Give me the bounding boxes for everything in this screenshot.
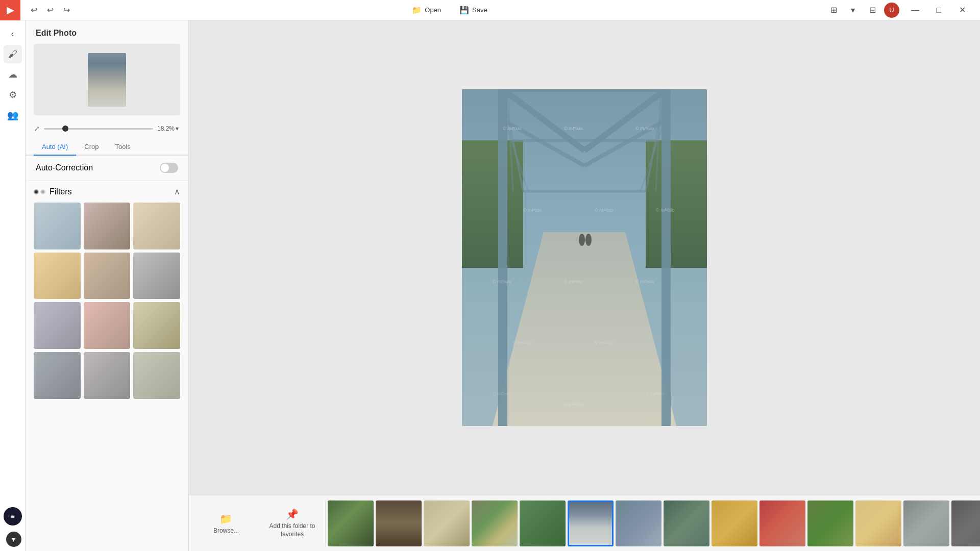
add-fav-icon: 📌 <box>286 508 299 520</box>
svg-text:© InPixio: © InPixio <box>503 126 521 131</box>
svg-text:© InPixio: © InPixio <box>564 279 582 284</box>
open-button[interactable]: 📁 Open <box>405 3 448 18</box>
auto-correction-row: Auto-Correction <box>26 156 188 181</box>
tab-auto-ai[interactable]: Auto (AI) <box>34 139 76 156</box>
layout-button[interactable]: ⊞ <box>826 3 841 18</box>
film-thumb-14[interactable] <box>951 500 980 546</box>
sidebar-group-button[interactable]: 👥 <box>4 106 22 124</box>
tab-crop[interactable]: Crop <box>76 139 107 156</box>
window-controls: — □ ✕ <box>903 0 974 20</box>
close-button[interactable]: ✕ <box>950 0 974 20</box>
filter-dots-icon <box>34 189 45 194</box>
film-thumb-10[interactable] <box>760 500 805 546</box>
film-thumb-13[interactable] <box>903 500 949 546</box>
filter-grid <box>34 203 180 399</box>
film-thumb-5[interactable] <box>520 500 566 546</box>
edit-panel-title: Edit Photo <box>36 29 77 37</box>
filter-thumb-12[interactable] <box>133 352 180 399</box>
filter-thumb-7[interactable] <box>34 302 81 349</box>
browse-icon: 📁 <box>219 513 232 525</box>
save-button[interactable]: 💾 Save <box>452 3 495 18</box>
minimize-button[interactable]: — <box>903 0 927 20</box>
filter-thumb-8[interactable] <box>84 302 131 349</box>
grid-off-button[interactable]: ⊟ <box>865 3 880 18</box>
film-thumb-2[interactable] <box>376 500 422 546</box>
filters-header: Filters ∧ <box>34 187 180 196</box>
filter-thumb-4[interactable] <box>34 253 81 299</box>
film-thumb-1[interactable] <box>328 500 374 546</box>
filter-thumb-5[interactable] <box>84 253 131 299</box>
titlebar-right: ⊞ ▾ ⊟ U — □ ✕ <box>820 0 980 20</box>
browse-section: 📁 Browse... <box>193 500 259 546</box>
filter-thumb-3[interactable] <box>133 203 180 249</box>
filters-label: Filters <box>50 187 72 196</box>
edit-panel: Edit Photo ⤢ 18.2% ▾ Auto (AI) Crop Too <box>26 20 189 551</box>
filter-thumb-11[interactable] <box>84 352 131 399</box>
sidebar-paint-button[interactable]: 🖌 <box>4 45 22 63</box>
sidebar-equalizer-button[interactable]: ≡ <box>4 507 22 525</box>
open-icon: 📁 <box>412 6 422 15</box>
avatar-button[interactable]: U <box>884 3 899 18</box>
film-thumb-12[interactable] <box>855 500 901 546</box>
sidebar-cloud-button[interactable]: ☁ <box>4 65 22 84</box>
svg-text:© InPixio: © InPixio <box>564 402 582 407</box>
preview-area <box>26 44 188 115</box>
edit-panel-header: Edit Photo <box>26 20 188 44</box>
tab-tools[interactable]: Tools <box>107 139 138 156</box>
chevron-down-button[interactable]: ▾ <box>845 3 861 18</box>
sidebar-settings-button[interactable]: ⚙ <box>4 86 22 104</box>
svg-point-19 <box>579 234 585 246</box>
filters-collapse-button[interactable]: ∧ <box>174 187 180 196</box>
zoom-slider[interactable] <box>44 128 153 130</box>
save-icon: 💾 <box>459 6 469 15</box>
filter-thumb-9[interactable] <box>133 302 180 349</box>
film-thumb-7[interactable] <box>616 500 662 546</box>
tabs: Auto (AI) Crop Tools <box>26 139 188 156</box>
svg-text:© InPixio: © InPixio <box>635 126 654 131</box>
preview-box <box>34 44 180 115</box>
scroll-down-button[interactable]: ▾ <box>6 532 21 547</box>
filter-thumb-2[interactable] <box>84 203 131 249</box>
left-sidebar: ‹ 🖌 ☁ ⚙ 👥 ≡ ▾ <box>0 20 26 551</box>
svg-text:© InPixio: © InPixio <box>493 279 511 284</box>
add-favorites-button[interactable]: 📌 Add this folder to favorites <box>267 508 318 538</box>
film-thumb-6[interactable] <box>568 500 614 546</box>
svg-rect-2 <box>646 140 707 268</box>
filter-thumb-1[interactable] <box>34 203 81 249</box>
undo-button[interactable]: ↩ <box>27 3 41 17</box>
main-image-area: © InPixio © InPixio © InPixio © InPixio … <box>189 20 980 495</box>
filter-thumb-6[interactable] <box>133 253 180 299</box>
auto-correction-toggle[interactable] <box>160 163 178 173</box>
add-favorites-section: 📌 Add this folder to favorites <box>259 500 326 546</box>
film-container: ‹ › <box>328 500 980 546</box>
film-thumb-8[interactable] <box>664 500 709 546</box>
main-image: © InPixio © InPixio © InPixio © InPixio … <box>462 89 707 426</box>
svg-text:© InPixio: © InPixio <box>646 391 664 396</box>
filter-thumb-10[interactable] <box>34 352 81 399</box>
redo-button[interactable]: ↪ <box>59 3 74 17</box>
browse-button[interactable]: 📁 Browse... <box>213 513 239 534</box>
chevron-down-zoom-icon[interactable]: ▾ <box>176 125 179 132</box>
panel-content: Auto-Correction Filters ∧ <box>26 156 188 551</box>
sidebar-collapse-button[interactable]: ‹ <box>4 24 22 43</box>
film-thumb-9[interactable] <box>712 500 757 546</box>
filter-dot-light <box>40 189 45 194</box>
left-bottom-controls: 📁 Browse... 📌 Add this folder to favorit… <box>193 500 326 546</box>
film-thumb-3[interactable] <box>424 500 470 546</box>
app-logo: ▶ <box>0 0 20 20</box>
svg-text:© InPixio: © InPixio <box>493 391 511 396</box>
main-content: ‹ 🖌 ☁ ⚙ 👥 ≡ ▾ Edit Photo ⤢ 18.2% <box>0 20 980 551</box>
svg-text:© InPixio: © InPixio <box>595 340 613 345</box>
film-thumb-11[interactable] <box>807 500 853 546</box>
zoom-icon: ⤢ <box>34 124 40 133</box>
film-thumb-4[interactable] <box>472 500 518 546</box>
undo-button-2[interactable]: ↩ <box>43 3 57 17</box>
bridge-svg: © InPixio © InPixio © InPixio © InPixio … <box>462 89 707 426</box>
filmstrip: 📁 Browse... 📌 Add this folder to favorit… <box>189 495 980 551</box>
undo-redo-controls: ↩ ↩ ↪ <box>20 3 80 17</box>
svg-text:© InPixio: © InPixio <box>523 208 542 213</box>
titlebar-center: 📁 Open 💾 Save <box>80 3 820 18</box>
maximize-button[interactable]: □ <box>927 0 950 20</box>
svg-text:© InPixio: © InPixio <box>513 340 531 345</box>
preview-image <box>88 53 126 107</box>
